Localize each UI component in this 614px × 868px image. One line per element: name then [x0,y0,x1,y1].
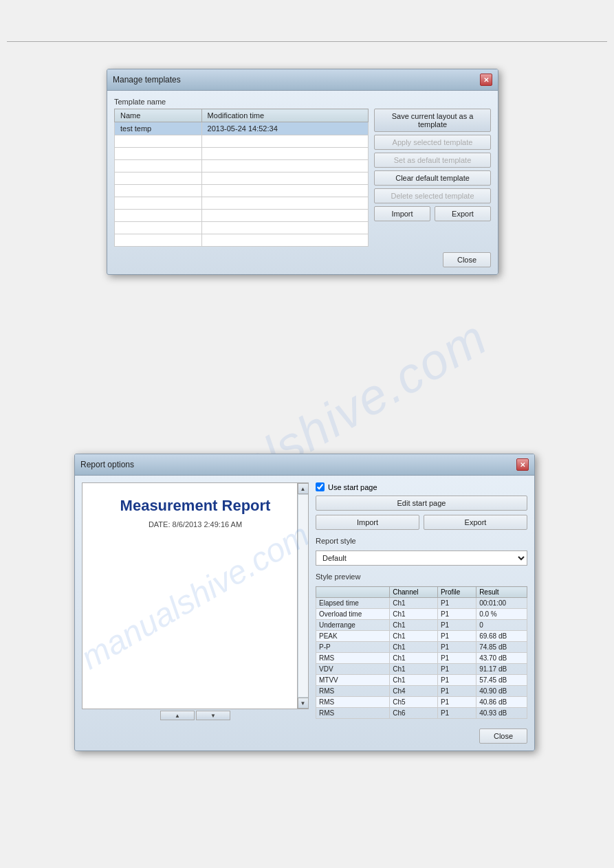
style-result-cell: 69.68 dB [476,631,527,642]
style-label-cell: MTVV [316,675,390,686]
template-table-row[interactable] [115,197,369,210]
templates-buttons-section: Save current layout as a template Apply … [374,109,491,247]
template-modtime-cell [201,234,368,247]
style-label-cell: RMS [316,708,390,719]
style-preview-label: Style preview [316,572,527,581]
clear-default-template-button[interactable]: Clear default template [374,170,491,186]
style-profile-cell: P1 [437,642,476,653]
style-channel-cell: Ch1 [390,675,438,686]
style-profile-cell: P1 [437,675,476,686]
style-channel-cell: Ch1 [390,642,438,653]
top-divider [7,41,607,42]
report-options-title: Report options [80,460,134,469]
style-label-cell: RMS [316,653,390,664]
style-profile-cell: P1 [437,708,476,719]
manage-templates-close-button[interactable]: Close [443,252,491,267]
preview-frame: manualshive.com Measurement Report DATE:… [82,482,309,709]
template-table-row[interactable] [115,234,369,247]
report-options-close-btn[interactable]: ✕ [516,458,529,471]
style-label-cell: RMS [316,686,390,697]
template-name-cell [115,135,202,148]
style-channel-cell: Ch1 [390,664,438,675]
style-preview-row: VDVCh1P191.17 dB [316,664,527,675]
style-profile-cell: P1 [437,697,476,708]
style-profile-cell: P1 [437,653,476,664]
style-profile-cell: P1 [437,631,476,642]
style-channel-cell: Ch1 [390,609,438,620]
template-modtime-cell: 2013-05-24 14:52:34 [201,122,368,135]
scroll-track [298,494,309,698]
template-table-row[interactable] [115,173,369,185]
template-modtime-cell [201,210,368,222]
report-options-close-row: Close [316,728,527,744]
style-preview-row: P-PCh1P174.85 dB [316,642,527,653]
manage-templates-titlebar: Manage templates ✕ [107,69,498,91]
templates-layout: Name Modification time test temp2013-05-… [114,109,491,247]
style-result-cell: 91.17 dB [476,664,527,675]
manage-templates-dialog: Manage templates ✕ Template name Name Mo… [107,69,498,275]
report-options-dialog: Report options ✕ manualshive.com Measure… [74,454,535,751]
template-modtime-cell [201,222,368,234]
use-start-page-checkbox[interactable] [316,482,325,491]
style-channel-cell: Ch1 [390,620,438,631]
style-col-0 [316,587,390,598]
template-table-row[interactable]: test temp2013-05-24 14:52:34 [115,122,369,135]
template-name-cell [115,222,202,234]
style-preview-row: MTVVCh1P157.45 dB [316,675,527,686]
report-import-export-row: Import Export [316,515,527,530]
template-modtime-cell [201,148,368,160]
edit-start-page-button[interactable]: Edit start page [316,496,527,511]
style-col-result: Result [476,587,527,598]
style-profile-cell: P1 [437,598,476,609]
style-col-profile: Profile [437,587,476,598]
report-options-close-button[interactable]: Close [479,728,527,744]
style-result-cell: 74.85 dB [476,642,527,653]
style-result-cell: 40.93 dB [476,708,527,719]
template-table-row[interactable] [115,210,369,222]
report-options-section: Use start page Edit start page Import Ex… [316,482,527,744]
style-label-cell: PEAK [316,631,390,642]
report-options-titlebar: Report options ✕ [75,454,534,476]
delete-selected-template-button[interactable]: Delete selected template [374,188,491,203]
template-modtime-cell [201,160,368,173]
template-modtime-cell [201,173,368,185]
style-preview-row: RMSCh1P143.70 dB [316,653,527,664]
import-button[interactable]: Import [374,206,430,221]
style-label-cell: Underrange [316,620,390,631]
template-name-label: Template name [114,98,491,106]
apply-selected-template-button[interactable]: Apply selected template [374,135,491,150]
template-table-row[interactable] [115,160,369,173]
style-result-cell: 0.0 % [476,609,527,620]
template-table-row[interactable] [115,148,369,160]
scroll-down-btn[interactable]: ▼ [298,698,309,709]
report-layout: manualshive.com Measurement Report DATE:… [82,482,527,744]
style-label-cell: VDV [316,664,390,675]
style-profile-cell: P1 [437,609,476,620]
template-table-row[interactable] [115,135,369,148]
style-channel-cell: Ch6 [390,708,438,719]
save-current-layout-button[interactable]: Save current layout as a template [374,109,491,132]
preview-scrollbar[interactable]: ▲ ▼ [297,483,308,709]
use-start-page-label: Use start page [328,483,377,491]
scroll-up-btn[interactable]: ▲ [298,483,309,494]
style-channel-cell: Ch4 [390,686,438,697]
report-style-dropdown[interactable]: Default [316,550,527,566]
manage-templates-close-btn[interactable]: ✕ [480,74,492,86]
template-modtime-cell [201,185,368,197]
report-export-button[interactable]: Export [424,515,527,530]
preview-report-title: Measurement Report [96,497,294,515]
scroll-up-small-btn[interactable]: ▲ [160,711,195,720]
template-name-cell: test temp [115,122,202,135]
style-col-channel: Channel [390,587,438,598]
scroll-down-small-btn[interactable]: ▼ [196,711,230,720]
preview-content: Measurement Report DATE: 8/6/2013 2:49:1… [83,483,308,542]
export-button[interactable]: Export [435,206,491,221]
report-import-button[interactable]: Import [316,515,419,530]
style-preview-row: RMSCh4P140.90 dB [316,686,527,697]
style-preview-table: Channel Profile Result Elapsed timeCh1P1… [316,586,527,719]
template-name-cell [115,173,202,185]
set-as-default-template-button[interactable]: Set as default template [374,153,491,168]
template-name-cell [115,185,202,197]
template-table-row[interactable] [115,185,369,197]
template-table-row[interactable] [115,222,369,234]
